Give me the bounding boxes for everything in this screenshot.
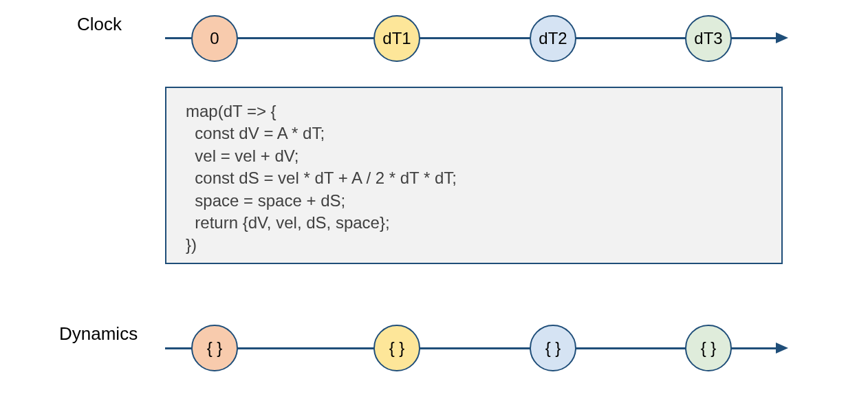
top-marble-3: dT3 [685,15,732,62]
bottom-stream-label: Dynamics [59,323,138,345]
bottom-marble-1: { } [373,325,420,371]
top-marble-0-text: 0 [210,29,219,48]
top-marble-2-text: dT2 [539,29,567,48]
bottom-marble-1-text: { } [389,338,405,358]
top-marble-2: dT2 [530,15,576,62]
top-marble-1: dT1 [373,15,420,62]
bottom-marble-0: { } [191,325,238,371]
bottom-marble-0-text: { } [207,338,223,358]
bottom-marble-3: { } [685,325,732,371]
bottom-marble-3-text: { } [701,338,717,358]
top-stream-label: Clock [77,14,122,35]
bottom-stream-arrowhead [776,343,788,354]
top-stream-arrowhead [776,32,788,43]
top-marble-1-text: dT1 [382,29,411,48]
top-marble-0: 0 [191,15,238,62]
bottom-marble-2: { } [530,325,576,371]
top-marble-3-text: dT3 [694,29,722,48]
operator-code-box: map(dT => { const dV = A * dT; vel = vel… [165,87,783,264]
bottom-marble-2-text: { } [545,338,561,358]
